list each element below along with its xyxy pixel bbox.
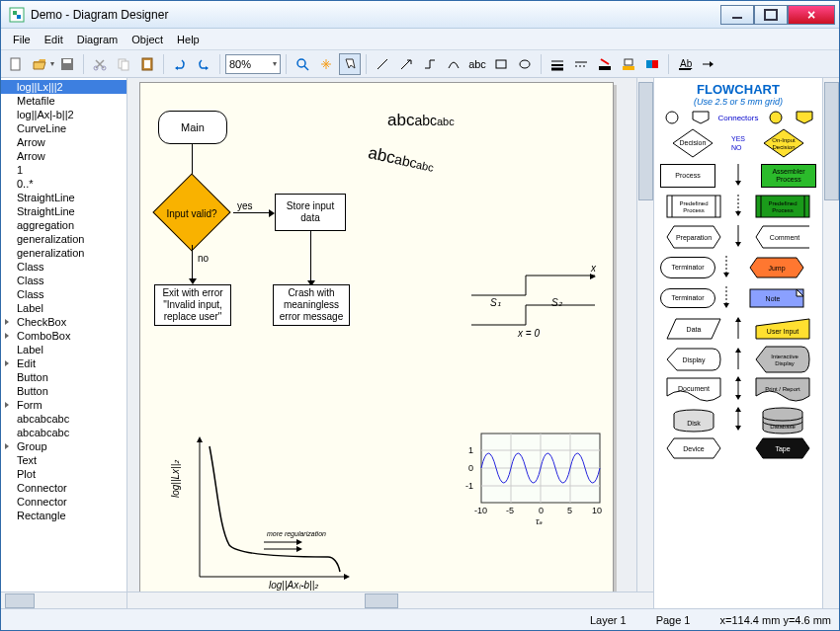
canvas-hscroll[interactable]	[127, 592, 653, 608]
list-item[interactable]: Button	[1, 370, 126, 384]
list-item[interactable]: log||Ax|-b||2	[1, 108, 126, 121]
menu-object[interactable]: Object	[126, 32, 169, 47]
interactive-tool[interactable]: InteractiveDisplay	[749, 346, 816, 373]
store-box[interactable]: Store input data	[275, 194, 346, 231]
process-tool[interactable]: Process	[660, 164, 715, 188]
menu-help[interactable]: Help	[171, 32, 206, 47]
comment-tool[interactable]: Comment	[749, 225, 816, 249]
list-item[interactable]: CheckBox	[1, 315, 126, 329]
status-layer[interactable]: Layer 1	[590, 614, 627, 626]
crash-box[interactable]: Crash with meaningless error message	[273, 284, 350, 326]
device-tool[interactable]: Device	[660, 437, 727, 459]
step-diagram[interactable]: S₁ S₂ x x = 0	[466, 271, 605, 340]
copy-button[interactable]	[113, 53, 134, 75]
list-item[interactable]: Connector	[1, 495, 126, 509]
connector-circle2-icon[interactable]	[769, 111, 783, 124]
userinput-tool[interactable]: User Input	[749, 318, 816, 340]
terminator-tool[interactable]: Terminator	[660, 257, 715, 278]
connector-home2-icon[interactable]	[796, 111, 813, 124]
list-item[interactable]: Label	[1, 343, 126, 356]
list-item[interactable]: Arrow	[1, 149, 126, 163]
menu-diagram[interactable]: Diagram	[71, 32, 125, 47]
fill-color-tool[interactable]	[618, 53, 639, 75]
text-sample-1[interactable]: abcabcabc	[387, 111, 455, 130]
list-item[interactable]: StraightLine	[1, 204, 126, 218]
connector-circle-icon[interactable]	[665, 111, 679, 124]
exit-box[interactable]: Exit with error "Invalid input, replace …	[154, 284, 231, 326]
lcurve-plot[interactable]: log||Lx||₂ log||Ax₍-b||₂ more regulariza…	[170, 429, 358, 592]
list-item[interactable]: abcabcabc	[1, 426, 126, 439]
palette-vscroll[interactable]	[822, 78, 839, 608]
list-item[interactable]: aggregation	[1, 218, 126, 232]
zoom-tool[interactable]	[292, 53, 313, 75]
ellipse-tool[interactable]	[514, 53, 536, 75]
close-button[interactable]: ×	[788, 5, 835, 25]
minimize-button[interactable]	[720, 5, 754, 25]
data-tool[interactable]: Data	[660, 318, 727, 340]
predef-process2-tool[interactable]: PredefinedProcess	[749, 195, 816, 218]
list-item[interactable]: ComboBox	[1, 329, 126, 343]
arrowend-tool[interactable]	[698, 53, 719, 75]
maximize-button[interactable]	[754, 5, 788, 25]
list-item[interactable]: Class	[1, 260, 126, 274]
list-item[interactable]: generalization	[1, 246, 126, 260]
open-button[interactable]	[29, 53, 50, 75]
list-item[interactable]: Class	[1, 287, 126, 301]
list-item[interactable]: Rectangle	[1, 509, 126, 522]
list-item[interactable]: Arrow	[1, 135, 126, 149]
display-tool[interactable]: Display	[660, 348, 727, 371]
list-item[interactable]: 0..*	[1, 177, 126, 191]
redo-button[interactable]	[193, 53, 214, 75]
disk-tool[interactable]: Disk	[660, 409, 727, 433]
decision-shape-tool[interactable]: Decision	[660, 127, 725, 159]
connector-home-icon[interactable]	[692, 111, 710, 124]
text-sample-2[interactable]: abcabcabc	[367, 143, 436, 177]
database-tool[interactable]: Database	[749, 407, 816, 434]
note-tool[interactable]: Note	[737, 288, 816, 308]
jump-tool[interactable]: Jump	[737, 257, 816, 278]
open-dropdown-icon[interactable]: ▾	[50, 59, 54, 68]
list-item[interactable]: Plot	[1, 467, 126, 481]
connector-tool[interactable]	[419, 53, 441, 75]
list-item[interactable]: Label	[1, 301, 126, 315]
oninput-decision-tool[interactable]: On-InputDecision	[751, 127, 816, 159]
text-color-tool[interactable]: Ab	[674, 53, 696, 75]
list-item[interactable]: Edit	[1, 356, 126, 370]
assembler-tool[interactable]: Assembler Process	[761, 164, 816, 188]
line-color-tool[interactable]	[594, 53, 616, 75]
list-item[interactable]: log||Lx|||2	[1, 80, 126, 94]
select-tool[interactable]	[339, 53, 361, 75]
list-item[interactable]: generalization	[1, 232, 126, 246]
list-item[interactable]: Form	[1, 398, 126, 412]
start-terminator[interactable]: Main	[158, 111, 227, 144]
undo-button[interactable]	[169, 53, 191, 75]
list-item[interactable]: StraightLine	[1, 191, 126, 204]
list-item[interactable]: 1	[1, 163, 126, 177]
object-list[interactable]: log||Lx|||2Metafilelog||Ax|-b||2CurveLin…	[1, 78, 126, 592]
zoom-combo[interactable]: 80%▾	[225, 54, 281, 74]
list-item[interactable]: CurveLine	[1, 121, 126, 135]
decision-shape[interactable]: Input valid?	[150, 182, 233, 245]
print-tool[interactable]: Print / Report	[749, 377, 816, 403]
list-item[interactable]: Connector	[1, 481, 126, 495]
list-item[interactable]: Button	[1, 384, 126, 398]
cut-button[interactable]	[89, 53, 111, 75]
pan-tool[interactable]	[315, 53, 337, 75]
line-tool[interactable]	[372, 53, 393, 75]
sidebar-hscroll[interactable]	[1, 592, 126, 608]
curve-tool[interactable]	[443, 53, 464, 75]
rect-tool[interactable]	[490, 53, 512, 75]
gradient-tool[interactable]	[641, 53, 663, 75]
canvas[interactable]: Main Input valid? yes Store input data n…	[127, 78, 653, 592]
canvas-vscroll[interactable]	[636, 78, 653, 592]
line-width-tool[interactable]	[546, 53, 568, 75]
list-item[interactable]: Text	[1, 453, 126, 467]
preparation-tool[interactable]: Preparation	[660, 225, 727, 249]
predef-process-tool[interactable]: PredefinedProcess	[660, 195, 727, 218]
sine-plot[interactable]: 1 0 -1 -10 -5 0 5 10 τₐ	[457, 429, 605, 537]
document-tool[interactable]: Document	[660, 377, 727, 403]
list-item[interactable]: Class	[1, 274, 126, 287]
menu-file[interactable]: File	[7, 32, 37, 47]
save-button[interactable]	[56, 53, 78, 75]
status-page[interactable]: Page 1	[656, 614, 691, 626]
